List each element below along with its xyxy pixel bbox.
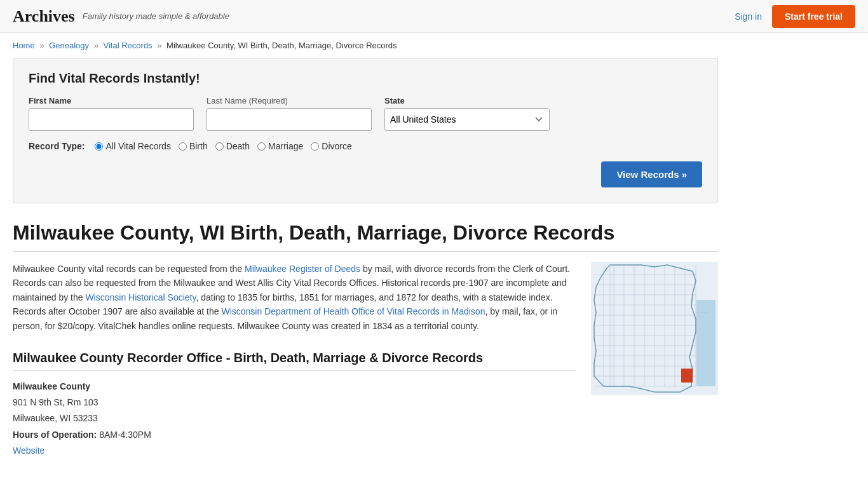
content-text: Milwaukee County vital records can be re… xyxy=(13,262,576,459)
address-city-state: Milwaukee, WI 53233 xyxy=(13,413,98,423)
radio-divorce-label: Divorce xyxy=(322,141,351,151)
header-left: Archives Family history made simple & af… xyxy=(13,7,229,26)
first-name-input[interactable] xyxy=(29,108,194,131)
last-name-field-group: Last Name (Required) xyxy=(207,96,372,131)
record-type-label: Record Type: xyxy=(29,141,85,151)
radio-birth-input[interactable] xyxy=(179,142,187,151)
radio-all-input[interactable] xyxy=(95,142,103,151)
radio-marriage-label: Marriage xyxy=(268,141,303,151)
state-field-group: State All United States xyxy=(384,96,550,131)
first-name-label: First Name xyxy=(29,96,194,105)
radio-divorce-input[interactable] xyxy=(311,142,319,151)
page-description: Milwaukee County vital records can be re… xyxy=(13,262,576,333)
radio-marriage-input[interactable] xyxy=(257,142,266,151)
main-content: Find Vital Records Instantly! First Name… xyxy=(0,58,731,459)
breadcrumb-home[interactable]: Home xyxy=(13,41,35,50)
header-right: Sign in Start free trial xyxy=(735,5,855,28)
wisconsin-map-svg xyxy=(591,262,718,395)
wi-historical-link[interactable]: Wisconsin Historical Society xyxy=(85,292,196,302)
radio-death-input[interactable] xyxy=(215,142,224,151)
wi-map-container xyxy=(591,262,718,395)
last-name-label: Last Name (Required) xyxy=(207,96,372,105)
breadcrumb: Home » Genealogy » Vital Records » Milwa… xyxy=(0,33,868,58)
search-box: Find Vital Records Instantly! First Name… xyxy=(13,58,718,203)
radio-divorce[interactable]: Divorce xyxy=(311,141,351,151)
content-area: Milwaukee County vital records can be re… xyxy=(13,262,718,459)
section-heading: Milwaukee County Recorder Office - Birth… xyxy=(13,351,576,371)
page-title: Milwaukee County, WI Birth, Death, Marri… xyxy=(13,221,718,252)
radio-death[interactable]: Death xyxy=(215,141,250,151)
radio-birth-label: Birth xyxy=(189,141,208,151)
header: Archives Family history made simple & af… xyxy=(0,0,868,33)
hours-value: 8AM-4:30PM xyxy=(99,430,151,440)
logo: Archives xyxy=(13,7,75,26)
wi-dept-health-link[interactable]: Wisconsin Department of Health Office of… xyxy=(221,306,485,316)
radio-death-label: Death xyxy=(226,141,250,151)
search-fields: First Name Last Name (Required) State Al… xyxy=(29,96,702,131)
tagline: Family history made simple & affordable xyxy=(83,11,229,21)
address-name: Milwaukee County xyxy=(13,381,90,391)
search-title: Find Vital Records Instantly! xyxy=(29,71,702,86)
record-type-row: Record Type: All Vital Records Birth Dea… xyxy=(29,141,702,151)
breadcrumb-sep-2: » xyxy=(94,41,98,50)
radio-birth[interactable]: Birth xyxy=(179,141,208,151)
state-select[interactable]: All United States xyxy=(384,108,550,131)
milwaukee-register-link[interactable]: Milwaukee Register of Deeds xyxy=(245,264,360,274)
sign-in-link[interactable]: Sign in xyxy=(735,11,762,22)
hours-label: Hours of Operation: xyxy=(13,430,97,440)
last-name-input[interactable] xyxy=(207,108,372,131)
first-name-field-group: First Name xyxy=(29,96,194,131)
view-records-button[interactable]: View Records » xyxy=(601,161,702,187)
svg-rect-24 xyxy=(681,369,693,383)
breadcrumb-sep-3: » xyxy=(157,41,161,50)
website-link[interactable]: Website xyxy=(13,445,44,456)
address-block: Milwaukee County 901 N 9th St, Rm 103 Mi… xyxy=(13,379,576,459)
breadcrumb-vital-records[interactable]: Vital Records xyxy=(104,41,153,50)
radio-marriage[interactable]: Marriage xyxy=(257,141,303,151)
breadcrumb-current: Milwaukee County, WI Birth, Death, Marri… xyxy=(166,41,397,50)
radio-all-label: All Vital Records xyxy=(105,141,170,151)
svg-rect-25 xyxy=(696,300,715,386)
breadcrumb-genealogy[interactable]: Genealogy xyxy=(49,41,89,50)
radio-all-vital-records[interactable]: All Vital Records xyxy=(95,141,170,151)
start-trial-button[interactable]: Start free trial xyxy=(772,5,855,28)
address-street: 901 N 9th St, Rm 103 xyxy=(13,397,98,407)
search-btn-row: View Records » xyxy=(29,161,702,187)
map-area xyxy=(591,262,718,459)
state-label: State xyxy=(384,96,550,105)
breadcrumb-sep-1: » xyxy=(39,41,44,50)
